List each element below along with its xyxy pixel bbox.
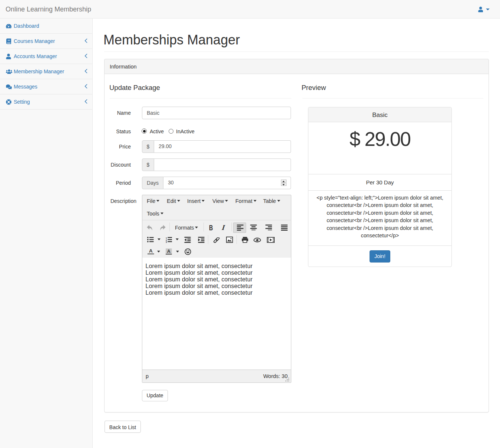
svg-text:A: A — [167, 249, 170, 254]
svg-text:3: 3 — [166, 241, 167, 243]
svg-text:A: A — [149, 248, 153, 254]
